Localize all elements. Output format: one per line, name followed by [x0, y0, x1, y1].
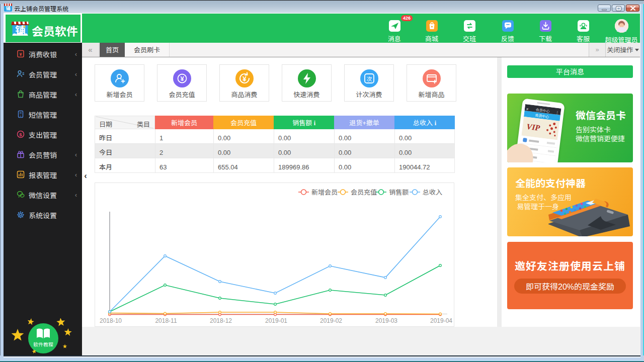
svg-text:销售额: 销售额: [389, 187, 409, 197]
svg-text:2019-02: 2019-02: [320, 316, 342, 324]
svg-text:铺: 铺: [6, 5, 10, 12]
svg-text:2018-11: 2018-11: [155, 316, 177, 324]
svg-text:次: 次: [366, 74, 372, 82]
svg-text:2018-12: 2018-12: [210, 316, 232, 324]
svg-text:2019-03: 2019-03: [375, 316, 397, 324]
svg-text:¥: ¥: [19, 51, 22, 57]
svg-text:会员充值: 会员充值: [351, 187, 377, 197]
svg-text:2019-04: 2019-04: [430, 316, 452, 324]
svg-text:新增会员: 新增会员: [311, 187, 338, 197]
svg-text:2019-01: 2019-01: [265, 316, 287, 324]
svg-text:$: $: [19, 131, 22, 138]
svg-text:总收入: 总收入: [423, 187, 442, 197]
svg-text:2018-10: 2018-10: [100, 316, 122, 324]
svg-text:¥: ¥: [243, 73, 247, 83]
svg-text:¥: ¥: [180, 73, 184, 83]
